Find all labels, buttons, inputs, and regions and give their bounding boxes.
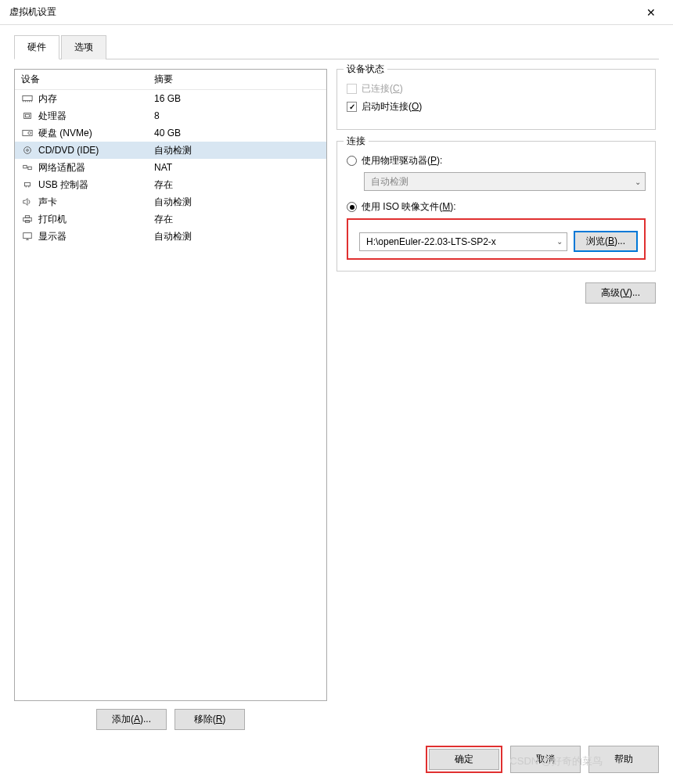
device-list-header: 设备 摘要 — [15, 70, 326, 90]
svg-rect-13 — [28, 167, 31, 170]
device-row-network[interactable]: 网络适配器 NAT — [15, 159, 326, 176]
sound-icon — [21, 196, 34, 207]
device-summary: NAT — [148, 162, 326, 173]
device-label: USB 控制器 — [38, 178, 88, 192]
device-row-display[interactable]: 显示器 自动检测 — [15, 228, 326, 245]
help-button[interactable]: 帮助 — [588, 746, 659, 773]
iso-highlight-box: H:\openEuler-22.03-LTS-SP2-x ⌄ 浏览(B)... — [347, 218, 646, 260]
device-label: 硬盘 (NVMe) — [38, 127, 92, 140]
ok-highlight-box: 确定 — [426, 746, 502, 773]
device-label: 显示器 — [38, 230, 67, 243]
svg-rect-12 — [23, 165, 27, 168]
remove-button[interactable]: 移除(R) — [175, 709, 245, 730]
header-summary: 摘要 — [148, 70, 326, 89]
device-row-disk[interactable]: 硬盘 (NVMe) 40 GB — [15, 124, 326, 142]
device-label: CD/DVD (IDE) — [38, 145, 99, 156]
iso-file-radio[interactable] — [347, 202, 357, 212]
tab-options[interactable]: 选项 — [61, 35, 106, 59]
chevron-down-icon: ⌄ — [631, 178, 645, 186]
svg-point-11 — [27, 149, 29, 152]
chevron-down-icon: ⌄ — [552, 237, 567, 246]
header-device: 设备 — [15, 70, 148, 89]
add-button[interactable]: 添加(A)... — [96, 709, 167, 730]
cpu-icon — [21, 110, 34, 121]
device-summary: 自动检测 — [148, 196, 326, 209]
cd-icon — [21, 145, 34, 156]
connection-title: 连接 — [344, 135, 369, 148]
device-summary: 自动检测 — [148, 230, 326, 243]
physical-drive-value: 自动检测 — [365, 175, 631, 189]
tab-bar: 硬件 选项 — [14, 34, 659, 59]
cancel-button[interactable]: 取消 — [510, 746, 581, 773]
device-list: 设备 摘要 内存 16 GB 处理器 8 — [14, 69, 327, 701]
connected-checkbox — [347, 84, 357, 94]
browse-button[interactable]: 浏览(B)... — [574, 231, 638, 252]
tab-hardware[interactable]: 硬件 — [14, 35, 59, 59]
device-label: 网络适配器 — [38, 161, 85, 174]
device-row-usb[interactable]: USB 控制器 存在 — [15, 176, 326, 193]
physical-drive-label: 使用物理驱动器(P): — [362, 154, 442, 167]
device-summary: 16 GB — [148, 93, 326, 104]
device-summary: 40 GB — [148, 128, 326, 138]
iso-file-label: 使用 ISO 映像文件(M): — [362, 200, 456, 214]
display-icon — [21, 231, 34, 242]
printer-icon — [21, 214, 34, 225]
iso-path-value: H:\openEuler-22.03-LTS-SP2-x — [360, 236, 552, 247]
disk-icon — [21, 128, 34, 138]
svg-rect-0 — [23, 96, 32, 101]
svg-rect-15 — [25, 182, 31, 185]
device-row-memory[interactable]: 内存 16 GB — [15, 90, 326, 107]
physical-drive-radio[interactable] — [347, 156, 357, 166]
device-row-sound[interactable]: 声卡 自动检测 — [15, 193, 326, 210]
svg-rect-19 — [25, 216, 29, 218]
device-label: 处理器 — [38, 110, 67, 123]
memory-icon — [21, 93, 34, 104]
device-label: 打印机 — [38, 213, 67, 226]
device-summary: 自动检测 — [148, 144, 326, 157]
svg-rect-7 — [25, 114, 29, 117]
titlebar: 虚拟机设置 ✕ — [0, 0, 673, 25]
device-summary: 存在 — [148, 178, 326, 192]
advanced-button[interactable]: 高级(V)... — [585, 282, 656, 304]
device-row-cpu[interactable]: 处理器 8 — [15, 107, 326, 124]
ok-button[interactable]: 确定 — [429, 749, 499, 770]
device-status-title: 设备状态 — [344, 63, 387, 76]
network-icon — [21, 162, 34, 173]
physical-drive-combo: 自动检测 ⌄ — [364, 172, 646, 191]
iso-path-combo[interactable]: H:\openEuler-22.03-LTS-SP2-x ⌄ — [359, 232, 567, 251]
connect-on-start-checkbox[interactable] — [347, 102, 357, 112]
device-row-printer[interactable]: 打印机 存在 — [15, 210, 326, 228]
connection-group: 连接 使用物理驱动器(P): 自动检测 ⌄ 使用 ISO 映像文件(M): — [336, 141, 656, 272]
device-summary: 8 — [148, 110, 326, 121]
window-title: 虚拟机设置 — [9, 5, 635, 19]
device-label: 内存 — [38, 92, 57, 106]
svg-point-9 — [28, 131, 31, 135]
dialog-buttons: 确定 取消 帮助 — [426, 746, 659, 773]
device-status-group: 设备状态 已连接(C) 启动时连接(O) — [336, 69, 656, 130]
usb-icon — [21, 179, 34, 190]
close-button[interactable]: ✕ — [635, 1, 667, 24]
device-label: 声卡 — [38, 196, 57, 209]
svg-rect-21 — [23, 233, 32, 239]
device-row-cddvd[interactable]: CD/DVD (IDE) 自动检测 — [15, 142, 326, 159]
connect-on-start-label: 启动时连接(O) — [362, 100, 422, 113]
svg-point-10 — [24, 147, 31, 154]
connected-label: 已连接(C) — [362, 82, 403, 95]
device-summary: 存在 — [148, 213, 326, 226]
